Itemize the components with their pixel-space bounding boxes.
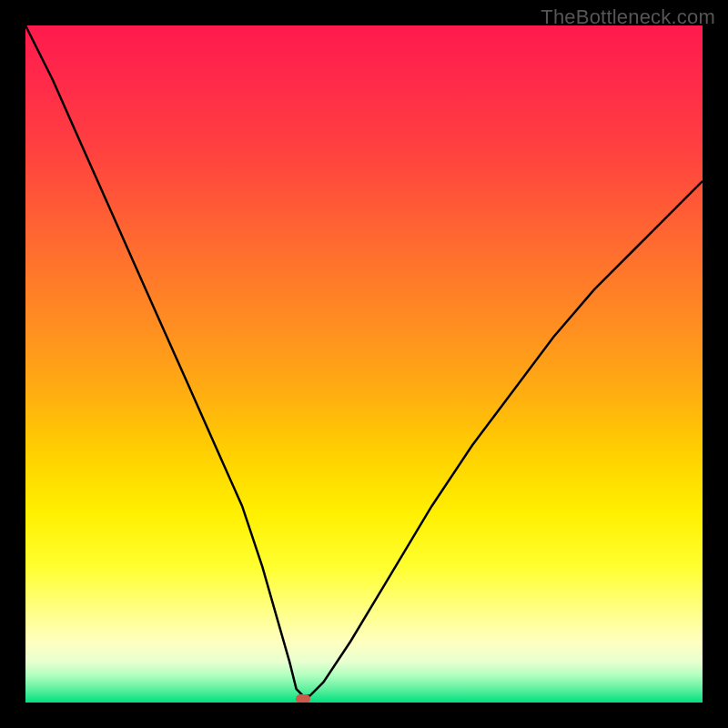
curve-svg [25, 25, 703, 703]
plot-area [25, 25, 703, 703]
chart-frame: TheBottleneck.com [0, 0, 728, 728]
minimum-marker [296, 694, 310, 703]
bottleneck-curve-path [25, 25, 703, 696]
watermark-text: TheBottleneck.com [541, 5, 715, 29]
